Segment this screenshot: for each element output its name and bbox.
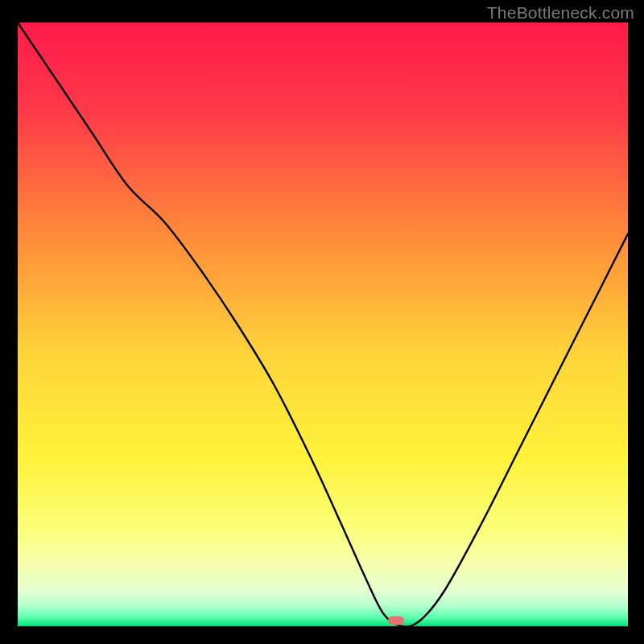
plot-area [18, 23, 628, 626]
chart-frame: TheBottleneck.com [0, 0, 644, 644]
bottleneck-curve [18, 23, 628, 626]
watermark-text: TheBottleneck.com [487, 3, 634, 23]
optimal-marker-icon [388, 616, 404, 625]
